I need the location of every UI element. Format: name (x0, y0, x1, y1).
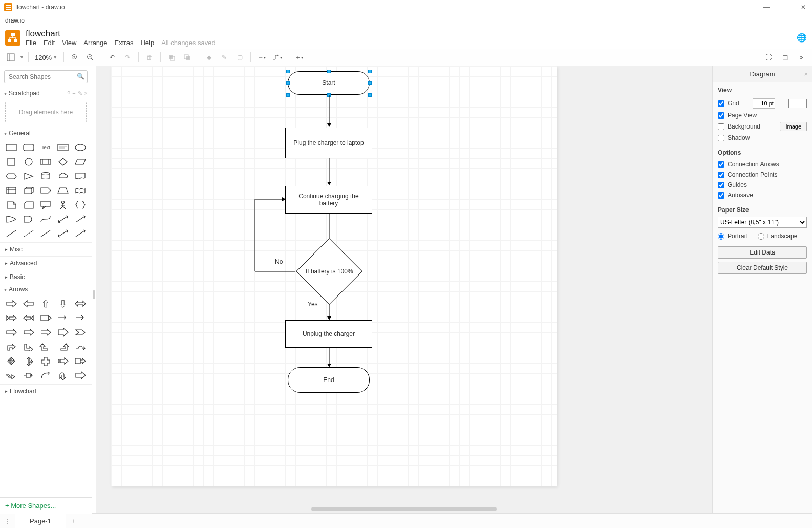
shape-circle[interactable] (22, 156, 36, 167)
clear-style-button[interactable]: Clear Default Style (718, 262, 807, 274)
arrow-jump[interactable] (73, 341, 88, 352)
grid-checkbox[interactable] (718, 100, 724, 107)
shape-line[interactable] (4, 228, 18, 239)
selection-handle[interactable] (286, 81, 290, 85)
section-general[interactable]: ▾General (0, 128, 92, 139)
shape-step[interactable] (39, 185, 53, 196)
arrow-down[interactable] (56, 298, 70, 309)
edit-data-button[interactable]: Edit Data (718, 246, 807, 259)
shape-callout[interactable] (39, 199, 53, 210)
shape-process[interactable] (39, 156, 53, 167)
background-checkbox[interactable] (718, 123, 724, 130)
paper[interactable]: Start Plug the charger to laptop Continu… (111, 66, 557, 486)
shape-rounded[interactable] (22, 142, 36, 153)
shape-tape[interactable] (73, 185, 88, 196)
format-panel-icon[interactable]: ◫ (778, 51, 792, 64)
arrow-slim[interactable] (56, 312, 70, 324)
scratchpad-dropzone[interactable]: Drag elements here (5, 102, 87, 122)
shape-biarrow2[interactable] (56, 228, 70, 239)
arrow-open[interactable] (39, 327, 53, 338)
shape-square[interactable] (4, 156, 18, 167)
arrow-quad[interactable] (4, 355, 18, 367)
selection-handle[interactable] (368, 70, 372, 73)
h-scrollbar[interactable] (311, 507, 496, 511)
section-misc[interactable]: ▸Misc (0, 242, 92, 256)
shape-hexagon[interactable] (4, 171, 18, 182)
landscape-radio[interactable] (758, 233, 764, 240)
node-start[interactable]: Start (288, 71, 370, 95)
fullscreen-icon[interactable]: ⛶ (762, 51, 775, 64)
shape-note[interactable] (4, 199, 18, 210)
shape-cloud[interactable] (56, 171, 70, 182)
menu-extras[interactable]: Extras (115, 39, 134, 47)
zoom-out-icon[interactable] (83, 51, 97, 64)
arrow-striped[interactable] (56, 355, 70, 367)
help-icon[interactable]: ? (67, 90, 70, 97)
shape-curlybrace[interactable] (73, 199, 88, 210)
portrait-radio[interactable] (718, 233, 724, 240)
section-advanced[interactable]: ▸Advanced (0, 256, 92, 270)
node-end[interactable]: End (288, 367, 370, 393)
search-input[interactable] (4, 70, 88, 83)
selection-handle[interactable] (286, 70, 290, 73)
arrow-bent3[interactable] (39, 341, 53, 352)
redo-icon[interactable]: ↷ (121, 51, 134, 64)
page-tab[interactable]: Page-1 (15, 514, 66, 528)
undo-icon[interactable]: ↶ (105, 51, 119, 64)
section-basic[interactable]: ▸Basic (0, 270, 92, 284)
insert-icon[interactable]: ＋▾ (292, 51, 306, 64)
grid-color-swatch[interactable] (788, 99, 807, 108)
connection-icon[interactable]: →▾ (255, 51, 268, 64)
conn-arrows-checkbox[interactable] (718, 161, 724, 168)
shape-trapezoid[interactable] (56, 185, 70, 196)
arrow-wide[interactable] (56, 327, 70, 338)
scratchpad-header[interactable]: ▾Scratchpad ?+✎× (0, 88, 92, 99)
guides-checkbox[interactable] (718, 182, 724, 188)
pages-menu-icon[interactable]: ⋮ (0, 514, 15, 528)
zoom-level[interactable]: 120% ▼ (33, 54, 59, 61)
shape-line2[interactable] (39, 228, 53, 239)
close-scratchpad-icon[interactable]: × (84, 90, 88, 97)
arrow-bent1[interactable] (4, 341, 18, 352)
menu-file[interactable]: File (26, 39, 36, 47)
grid-size-input[interactable] (753, 98, 775, 109)
maximize-icon[interactable]: ☐ (780, 4, 789, 11)
arrow-up[interactable] (39, 298, 53, 309)
arrow-curve[interactable] (39, 370, 53, 381)
node-plug[interactable]: Plug the charger to laptop (285, 128, 372, 158)
close-icon[interactable]: ✕ (799, 4, 808, 11)
shape-biarrow[interactable] (56, 214, 70, 225)
arrow-notch-l[interactable] (22, 312, 36, 324)
add-page-icon[interactable]: ＋ (66, 514, 81, 528)
shape-arrow2[interactable] (73, 228, 88, 239)
arrow-bent2[interactable] (22, 341, 36, 352)
globe-icon[interactable]: 🌐 (797, 33, 807, 43)
shape-cylinder[interactable] (39, 171, 53, 182)
to-back-icon[interactable] (180, 51, 194, 64)
arrow-notch-r[interactable] (4, 312, 18, 324)
arrow-lr[interactable] (73, 298, 88, 309)
arrow-chevron[interactable] (73, 327, 88, 338)
shape-internal[interactable] (4, 185, 18, 196)
autosave-checkbox[interactable] (718, 192, 724, 199)
arrow-zigzag[interactable] (4, 370, 18, 381)
arrow-right2[interactable] (22, 327, 36, 338)
node-decision[interactable]: If battery is 100% (296, 238, 362, 305)
image-button[interactable]: Image (780, 122, 807, 131)
shape-dashline[interactable] (22, 228, 36, 239)
shape-or[interactable] (4, 214, 18, 225)
selection-handle[interactable] (286, 93, 290, 97)
line-color-icon[interactable]: ✎ (218, 51, 231, 64)
node-unplug[interactable]: Unplug the charger (285, 320, 372, 348)
left-splitter[interactable] (92, 66, 96, 513)
waypoint-icon[interactable]: ▾ (270, 51, 284, 64)
pageview-checkbox[interactable] (718, 112, 724, 119)
shape-triangle[interactable] (22, 171, 36, 182)
section-flowchart[interactable]: ▸Flowchart (0, 384, 92, 398)
shape-rect[interactable] (4, 142, 18, 153)
arrow-box[interactable] (22, 370, 36, 381)
fill-color-icon[interactable]: ◆ (202, 51, 216, 64)
node-continue[interactable]: Continue charging the battery (285, 186, 372, 214)
selection-handle[interactable] (327, 93, 331, 97)
view-dropdown[interactable] (4, 51, 17, 64)
